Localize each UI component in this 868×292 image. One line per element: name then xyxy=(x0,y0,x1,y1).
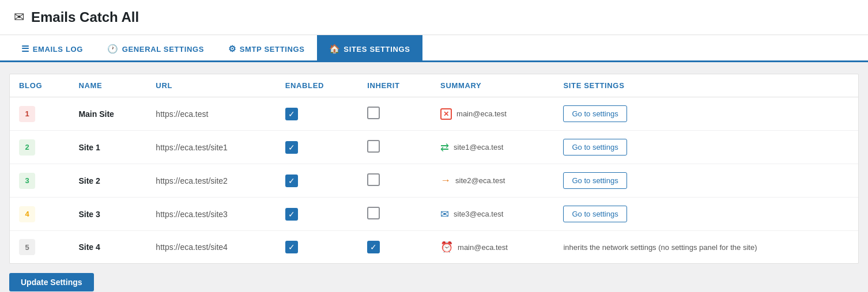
table-row: 1Main Sitehttps://eca.test✓ ✕ main@eca.t… xyxy=(10,97,858,131)
table-row: 3Site 2https://eca.test/site2✓ → site2@e… xyxy=(10,164,858,198)
tab-smtp-settings[interactable]: ⚙SMTP Settings xyxy=(216,35,317,62)
blog-badge: 1 xyxy=(19,106,35,122)
go-to-settings-button[interactable]: Go to settings xyxy=(563,206,627,222)
clock-icon: ⏰ xyxy=(440,241,453,253)
blog-cell: 5 xyxy=(10,231,69,264)
inherit-checkbox-checked[interactable]: ✓ xyxy=(367,241,380,253)
tab-icon-smtp-settings: ⚙ xyxy=(228,44,236,54)
name-cell: Main Site xyxy=(69,97,146,131)
inherit-checkbox-unchecked[interactable] xyxy=(367,173,380,186)
enabled-cell: ✓ xyxy=(276,231,358,264)
summary-content: ✉ site3@eca.test xyxy=(440,208,545,221)
url-cell: https://eca.test xyxy=(146,97,276,131)
col-header-url: URL xyxy=(146,74,276,97)
blog-cell: 1 xyxy=(10,97,69,131)
tab-label-general-settings: General Settings xyxy=(122,45,204,54)
summary-content: ✕ main@eca.test xyxy=(440,108,545,120)
col-header-site-settings: Site Settings xyxy=(554,74,858,97)
summary-content: ⏰ main@eca.test xyxy=(440,241,545,253)
tab-icon-emails-log: ☰ xyxy=(21,44,29,54)
site-settings-cell: Go to settings xyxy=(554,97,858,131)
page-title: Emails Catch All xyxy=(31,9,139,25)
table-row: 2Site 1https://eca.test/site1✓ ⇄ site1@e… xyxy=(10,131,858,164)
blog-badge: 4 xyxy=(19,206,35,222)
site-name: Main Site xyxy=(78,109,114,119)
enabled-checkbox-checked[interactable]: ✓ xyxy=(285,175,298,187)
summary-cell: ✉ site3@eca.test xyxy=(431,198,554,231)
url-cell: https://eca.test/site3 xyxy=(146,198,276,231)
summary-email: main@eca.test xyxy=(458,243,508,252)
inherit-checkbox-unchecked[interactable] xyxy=(367,207,380,219)
table-header-row: BlogNameURLEnabledInheritSummarySite Set… xyxy=(10,74,858,97)
name-cell: Site 2 xyxy=(69,164,146,198)
sites-table: BlogNameURLEnabledInheritSummarySite Set… xyxy=(10,74,858,263)
tab-icon-general-settings: 🕐 xyxy=(107,44,119,54)
enabled-checkbox-checked[interactable]: ✓ xyxy=(285,141,298,154)
tab-emails-log[interactable]: ☰Emails Log xyxy=(9,35,95,62)
site-url: https://eca.test/site2 xyxy=(156,176,228,185)
summary-email: site2@eca.test xyxy=(455,176,505,185)
col-header-summary: Summary xyxy=(431,74,554,97)
site-settings-cell: Go to settings xyxy=(554,198,858,231)
site-url: https://eca.test/site4 xyxy=(156,242,228,252)
col-header-inherit: Inherit xyxy=(358,74,431,97)
inherits-text: inherits the network settings (no settin… xyxy=(563,243,757,252)
tab-label-smtp-settings: SMTP Settings xyxy=(240,45,305,54)
name-cell: Site 3 xyxy=(69,198,146,231)
summary-cell: ⏰ main@eca.test xyxy=(431,231,554,264)
site-settings-cell: inherits the network settings (no settin… xyxy=(554,231,858,264)
inherit-cell xyxy=(358,164,431,198)
tab-general-settings[interactable]: 🕐General Settings xyxy=(95,35,216,62)
table-row: 5Site 4https://eca.test/site4✓✓ ⏰ main@e… xyxy=(10,231,858,264)
main-content: BlogNameURLEnabledInheritSummarySite Set… xyxy=(0,62,868,292)
col-header-enabled: Enabled xyxy=(276,74,358,97)
tab-label-emails-log: Emails Log xyxy=(33,45,83,54)
mail-icon: ✉ xyxy=(14,10,24,25)
site-name: Site 2 xyxy=(78,176,100,185)
go-to-settings-button[interactable]: Go to settings xyxy=(563,139,627,156)
summary-cell: → site2@eca.test xyxy=(431,164,554,198)
summary-email: site1@eca.test xyxy=(454,143,503,151)
site-settings-cell: Go to settings xyxy=(554,131,858,164)
enabled-checkbox-checked[interactable]: ✓ xyxy=(285,241,298,253)
blog-cell: 2 xyxy=(10,131,69,164)
inherit-checkbox-unchecked[interactable] xyxy=(367,140,380,153)
enabled-checkbox-checked[interactable]: ✓ xyxy=(285,108,298,120)
site-url: https://eca.test/site1 xyxy=(156,143,228,152)
col-header-blog: Blog xyxy=(10,74,69,97)
blog-cell: 4 xyxy=(10,198,69,231)
inherit-cell xyxy=(358,97,431,131)
inherit-checkbox-unchecked[interactable] xyxy=(367,107,380,119)
blog-badge: 2 xyxy=(19,139,35,156)
go-to-settings-button[interactable]: Go to settings xyxy=(563,172,627,189)
summary-email: site3@eca.test xyxy=(454,210,503,218)
tab-sites-settings[interactable]: 🏠Sites Settings xyxy=(317,35,422,62)
enabled-cell: ✓ xyxy=(276,97,358,131)
app-header: ✉ Emails Catch All xyxy=(0,0,868,35)
site-url: https://eca.test xyxy=(156,109,208,119)
forward-icon: → xyxy=(440,175,451,187)
site-name: Site 1 xyxy=(78,143,100,152)
enabled-cell: ✓ xyxy=(276,198,358,231)
col-header-name: Name xyxy=(69,74,146,97)
url-cell: https://eca.test/site1 xyxy=(146,131,276,164)
inherit-cell xyxy=(358,131,431,164)
summary-content: ⇄ site1@eca.test xyxy=(440,141,545,154)
summary-content: → site2@eca.test xyxy=(440,175,545,187)
site-name: Site 3 xyxy=(78,210,100,219)
blog-cell: 3 xyxy=(10,164,69,198)
tabs-container: ☰Emails Log🕐General Settings⚙SMTP Settin… xyxy=(0,35,868,62)
enabled-checkbox-checked[interactable]: ✓ xyxy=(285,208,298,221)
enabled-cell: ✓ xyxy=(276,164,358,198)
site-url: https://eca.test/site3 xyxy=(156,210,228,219)
table-row: 4Site 3https://eca.test/site3✓ ✉ site3@e… xyxy=(10,198,858,231)
go-to-settings-button[interactable]: Go to settings xyxy=(563,105,627,122)
inherit-cell: ✓ xyxy=(358,231,431,264)
enabled-cell: ✓ xyxy=(276,131,358,164)
name-cell: Site 1 xyxy=(69,131,146,164)
url-cell: https://eca.test/site2 xyxy=(146,164,276,198)
summary-email: main@eca.test xyxy=(456,109,507,118)
error-icon: ✕ xyxy=(440,108,452,120)
update-settings-button[interactable]: Update Settings xyxy=(9,273,94,291)
email-icon: ✉ xyxy=(440,208,449,221)
